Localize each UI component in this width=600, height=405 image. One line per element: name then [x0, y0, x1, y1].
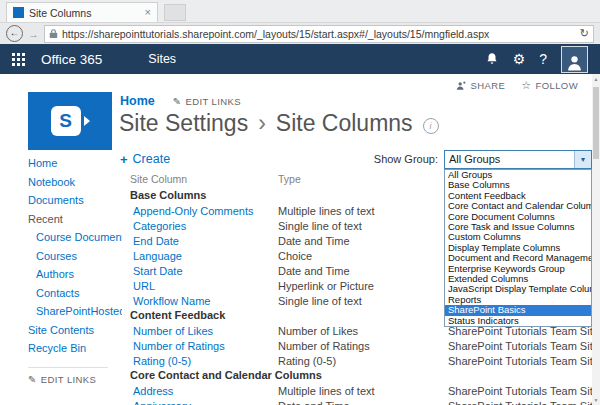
follow-button[interactable]: ☆ FOLLOW [521, 79, 578, 92]
site-column-link[interactable]: Language [120, 250, 278, 262]
dropdown-option[interactable]: Document and Record Management Columns [445, 253, 591, 263]
page-title-current: Site Columns [276, 110, 413, 137]
show-group-select[interactable]: All Groups ▾ [444, 150, 592, 169]
new-tab-button[interactable] [164, 4, 186, 21]
dropdown-option[interactable]: Core Contact and Calendar Columns [445, 201, 591, 211]
scroll-up-icon[interactable]: ▲ [592, 74, 600, 84]
site-column-link[interactable]: Rating (0-5) [120, 355, 278, 367]
site-column-link[interactable]: Append-Only Comments [120, 205, 278, 217]
share-person-icon [456, 81, 466, 91]
close-tab-icon[interactable]: × [145, 7, 151, 18]
dropdown-option[interactable]: Content Feedback [445, 191, 591, 201]
site-column-link[interactable]: Anniversary [120, 400, 278, 405]
account-avatar[interactable] [561, 46, 588, 73]
sidebar-item-courses[interactable]: Courses [28, 247, 122, 266]
sidebar-item-site-contents[interactable]: Site Contents [28, 321, 122, 340]
site-column-link[interactable]: Address [120, 385, 278, 397]
vertical-scrollbar[interactable]: ▲ ▼ [592, 74, 600, 405]
site-column-link[interactable]: Workflow Name [120, 295, 278, 307]
lock-icon [49, 28, 58, 39]
scroll-down-icon[interactable]: ▼ [592, 395, 600, 405]
table-row: Number of Ratings Number of Ratings Shar… [120, 338, 592, 353]
title-chevron: › [258, 110, 266, 137]
table-row: Address Multiple lines of text SharePoin… [120, 383, 592, 398]
sidebar-item-contacts[interactable]: Contacts [28, 284, 122, 303]
dropdown-option[interactable]: JavaScript Display Template Columns [445, 284, 591, 294]
dropdown-option[interactable]: Status Indicators [445, 316, 591, 326]
site-column-link[interactable]: End Date [120, 235, 278, 247]
group-header: Core Contact and Calendar Columns [120, 368, 592, 383]
chevron-down-icon[interactable]: ▾ [574, 151, 591, 168]
sidebar-item-sharepointhostedapp[interactable]: SharePointHostedApp [28, 302, 122, 321]
sidebar-item-documents[interactable]: Documents [28, 191, 122, 210]
show-group-label: Show Group: [374, 153, 438, 165]
bell-icon[interactable] [485, 52, 499, 66]
edit-links-top[interactable]: ✎ EDIT LINKS [173, 96, 241, 107]
pencil-icon: ✎ [28, 374, 37, 385]
dropdown-option[interactable]: Custom Columns [445, 232, 591, 242]
address-bar: ← → https://sharepointtutorials.sharepoi… [0, 22, 600, 44]
site-column-link[interactable]: URL [120, 280, 278, 292]
scrollbar-thumb[interactable] [593, 87, 599, 159]
sidebar-item-authors[interactable]: Authors [28, 265, 122, 284]
page-title-parent[interactable]: Site Settings [119, 110, 248, 137]
site-column-link[interactable]: Categories [120, 220, 278, 232]
column-header-site-column: Site Column [120, 173, 278, 185]
table-row: Anniversary Date and Time SharePoint Tut… [120, 398, 592, 405]
refresh-icon[interactable]: ↻ [580, 27, 589, 40]
site-column-link[interactable]: Start Date [120, 265, 278, 277]
column-header-type: Type [278, 173, 448, 185]
dropdown-option[interactable]: Core Task and Issue Columns [445, 222, 591, 232]
forward-icon[interactable]: → [28, 28, 39, 40]
url-text: https://sharepointtutorials.sharepoint.c… [62, 28, 576, 40]
sidebar-item-course-documents[interactable]: Course Documents [28, 228, 122, 247]
help-icon[interactable]: ? [539, 52, 547, 66]
pencil-icon: ✎ [173, 96, 182, 107]
dropdown-option[interactable]: Reports [445, 295, 591, 305]
sidebar-item-recycle-bin[interactable]: Recycle Bin [28, 339, 122, 358]
dropdown-option[interactable]: Core Document Columns [445, 212, 591, 222]
site-column-link[interactable]: Number of Likes [120, 325, 278, 337]
show-group-selected-value: All Groups [445, 153, 574, 165]
plus-icon: + [120, 152, 128, 167]
show-group-dropdown-list: All Groups Base Columns Content Feedback… [444, 169, 592, 327]
tab-bar: Site Columns × [0, 0, 600, 22]
toolbar: + Create Show Group: All Groups ▾ [120, 148, 592, 170]
office365-brand[interactable]: Office 365 [41, 52, 102, 67]
tab-title: Site Columns [29, 7, 140, 19]
gear-icon[interactable]: ⚙ [513, 52, 526, 66]
sharepoint-logo: S [28, 92, 112, 150]
browser-tab[interactable]: Site Columns × [6, 2, 158, 22]
create-link[interactable]: + Create [120, 152, 170, 167]
tab-favicon-icon [13, 7, 24, 18]
dropdown-option[interactable]: Extended Columns [445, 274, 591, 284]
breadcrumb: Home ✎ EDIT LINKS [120, 94, 241, 108]
dropdown-option[interactable]: Display Template Columns [445, 243, 591, 253]
url-field[interactable]: https://sharepointtutorials.sharepoint.c… [44, 25, 594, 43]
breadcrumb-home-link[interactable]: Home [120, 94, 155, 108]
sharepoint-logo-letter: S [51, 106, 81, 136]
follow-star-icon: ☆ [521, 79, 531, 92]
sites-nav-link[interactable]: Sites [148, 52, 176, 66]
dropdown-option[interactable]: Enterprise Keywords Group [445, 264, 591, 274]
dropdown-option[interactable]: All Groups [445, 170, 591, 180]
edit-links-sidebar[interactable]: ✎ EDIT LINKS [28, 374, 122, 385]
browser-window: Site Columns × ← → https://sharepointtut… [0, 0, 600, 405]
app-launcher-icon[interactable] [12, 53, 25, 66]
site-column-link[interactable]: Number of Ratings [120, 340, 278, 352]
person-icon [565, 53, 584, 72]
back-icon[interactable]: ← [6, 25, 23, 42]
suite-bar: Office 365 Sites ⚙ ? [0, 44, 600, 74]
page-content: SHARE ☆ FOLLOW S Home ✎ EDIT LINKS Site … [0, 74, 600, 405]
sidebar-item-notebook[interactable]: Notebook [28, 173, 122, 192]
info-icon[interactable]: i [423, 118, 439, 134]
share-button[interactable]: SHARE [456, 80, 505, 91]
dropdown-option-sharepoint-basics[interactable]: SharePoint Basics [445, 305, 591, 315]
sidebar-item-recent: Recent [28, 210, 122, 229]
page-title: Site Settings › Site Columns i [119, 110, 439, 137]
sidebar-divider [28, 367, 108, 368]
dropdown-option[interactable]: Base Columns [445, 180, 591, 190]
table-row: Rating (0-5) Rating (0-5) SharePoint Tut… [120, 353, 592, 368]
left-navigation: Home Notebook Documents Recent Course Do… [28, 154, 122, 385]
sidebar-item-home[interactable]: Home [28, 154, 122, 173]
